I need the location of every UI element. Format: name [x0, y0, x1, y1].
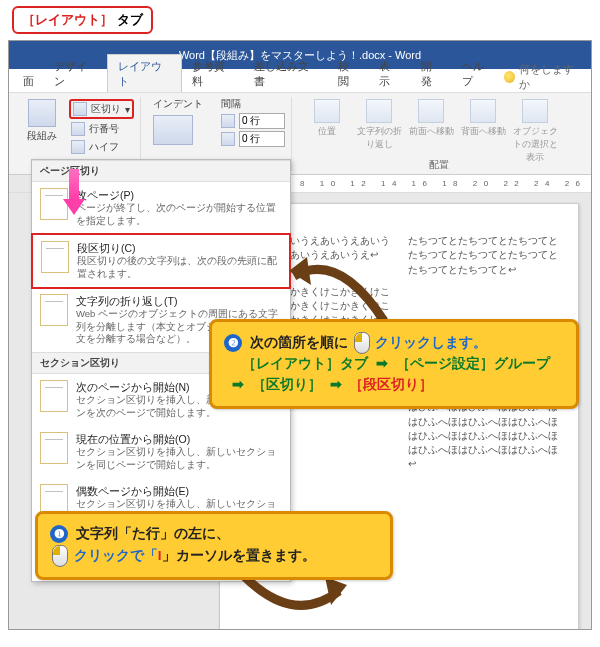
- tab-references[interactable]: 参考資料: [182, 55, 245, 92]
- arrow-icon: ➡: [326, 377, 346, 392]
- step-number-1: ❶: [50, 525, 68, 543]
- word-window: Word【段組み】をマスターしよう！.docx - Word 面 デザイン レイ…: [8, 40, 592, 630]
- columns-icon: [28, 99, 56, 127]
- ribbon-tabs: 面 デザイン レイアウト 参考資料 差し込み文書 校閲 表示 開発 ヘルプ 何を…: [9, 69, 591, 93]
- position-button[interactable]: 位置: [304, 99, 350, 138]
- hyphenation-button[interactable]: ハイフ: [69, 139, 134, 155]
- annotation-pink-arrow: [63, 169, 85, 217]
- arrange-group-label: 配置: [429, 158, 449, 172]
- group-arrange: 位置 文字列の折り返し 前面へ移動 背面へ移動 オブジェクトの選択と表示 配置: [298, 97, 564, 171]
- selection-pane-button[interactable]: オブジェクトの選択と表示: [512, 99, 558, 164]
- continuous-icon: [40, 432, 68, 464]
- arrow-icon: ➡: [228, 377, 248, 392]
- tab-mailings[interactable]: 差し込み文書: [244, 55, 328, 92]
- breaks-button[interactable]: 区切り ▾: [69, 99, 134, 119]
- back-icon: [470, 99, 496, 123]
- wrap-icon: [366, 99, 392, 123]
- ruler-doc: 2 4 6 8 10 12 14 16 18 20 22 24 26 28 30…: [241, 175, 591, 192]
- svg-marker-0: [289, 257, 311, 285]
- linenum-icon: [71, 122, 85, 136]
- bring-front-button[interactable]: 前面へ移動: [408, 99, 454, 138]
- hyphen-icon: [71, 140, 85, 154]
- spacing-before-row: [221, 113, 285, 129]
- arrow-icon: ➡: [372, 356, 392, 371]
- text-wrap-icon: [40, 294, 68, 326]
- tab-0[interactable]: 面: [13, 70, 44, 92]
- tab-design[interactable]: デザイン: [44, 55, 107, 92]
- spacing-after-row: [221, 131, 285, 147]
- line-numbers-button[interactable]: 行番号: [69, 121, 134, 137]
- tab-developer[interactable]: 開発: [411, 55, 452, 92]
- spacing-after-input[interactable]: [239, 131, 285, 147]
- tab-layout[interactable]: レイアウト: [107, 54, 182, 92]
- column-break-icon: [41, 241, 69, 273]
- selpane-icon: [522, 99, 548, 123]
- bulb-icon: [504, 71, 516, 83]
- wrap-button[interactable]: 文字列の折り返し: [356, 99, 402, 151]
- break-icon: [73, 102, 87, 116]
- send-back-button[interactable]: 背面へ移動: [460, 99, 506, 138]
- front-icon: [418, 99, 444, 123]
- mouse-icon: [52, 545, 68, 567]
- tab-review[interactable]: 校閲: [328, 55, 369, 92]
- dropdown-item-column-break[interactable]: 段区切り(C)段区切りの後の文字列は、次の段の先頭に配置されます。: [31, 233, 291, 289]
- text-block[interactable]: はひふへほはひふへほはひふへほはひふへほはひふへほはひふへほはひふへほはひふへほ…: [408, 400, 558, 471]
- dropdown-item-continuous[interactable]: 現在の位置から開始(O)セクション区切りを挿入し、新しいセクションを同じページで…: [32, 426, 290, 478]
- spacing-label: 間隔: [221, 97, 285, 111]
- tab-view[interactable]: 表示: [369, 55, 410, 92]
- indent-icon: [153, 115, 193, 145]
- tell-me-box[interactable]: 何をしますか: [504, 62, 591, 92]
- spacing-before-input[interactable]: [239, 113, 285, 129]
- callout-step-2: ❷ 次の箇所を順に クリックします。 ［レイアウト］タブ ➡ ［ページ設定］グル…: [209, 319, 579, 409]
- before-icon: [221, 114, 235, 128]
- indent-label: インデント: [153, 97, 203, 111]
- tab-help[interactable]: ヘルプ: [452, 55, 504, 92]
- after-icon: [221, 132, 235, 146]
- position-icon: [314, 99, 340, 123]
- annotation-layout-tab: ［レイアウト］ タブ: [12, 6, 153, 34]
- callout-step-1: ❶ 文字列「た行」の左に、 クリックで「I」カーソルを置きます。: [35, 511, 393, 580]
- text-block[interactable]: たちつてとたちつてとたちつてとたちつてとたちつてとたちつてとたちつてとたちつてと…: [408, 234, 558, 277]
- next-page-icon: [40, 380, 68, 412]
- step-number-2: ❷: [224, 334, 242, 352]
- column-2: たちつてとたちつてとたちつてとたちつてとたちつてとたちつてとたちつてとたちつてと…: [408, 234, 558, 629]
- mouse-icon: [354, 332, 370, 354]
